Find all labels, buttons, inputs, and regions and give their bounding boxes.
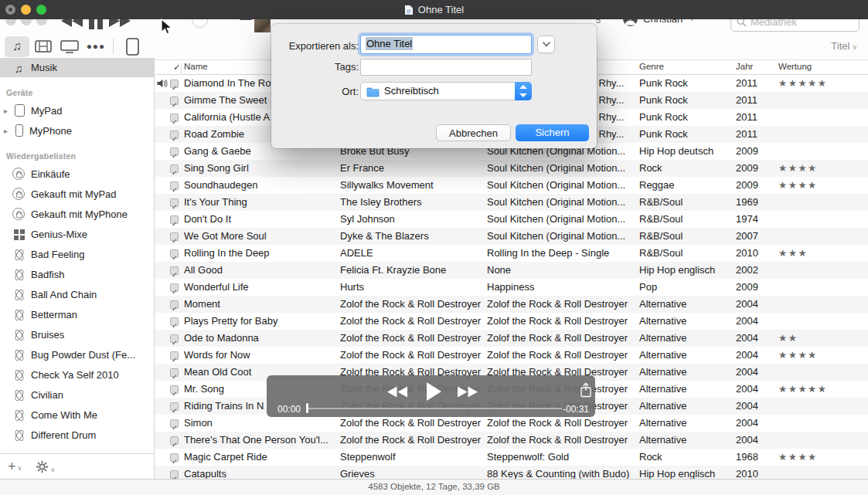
settings-button[interactable]: ∨	[36, 460, 55, 473]
sidebar-playlist-item[interactable]: Civilian	[0, 385, 154, 405]
sidebar-playlist-item[interactable]: Einkäufe	[0, 164, 154, 184]
table-row[interactable]: There's That One Person You'l... Zolof t…	[155, 432, 868, 449]
sidebar-playlist-item[interactable]: Come With Me	[0, 405, 154, 425]
row-checkbox[interactable]	[170, 177, 182, 194]
table-row[interactable]: It's Your Thing The Isley Brothers Soul …	[155, 194, 868, 211]
table-row[interactable]: Wonderful Life Hurts Happiness Pop 2009	[155, 279, 868, 296]
table-row[interactable]: Soundhaudegen Sillywalks Movement Soul K…	[155, 177, 868, 194]
row-checkbox[interactable]	[170, 75, 182, 92]
progress-track[interactable]	[307, 408, 562, 409]
filename-field[interactable]: Ohne Titel	[360, 35, 532, 54]
song-rating[interactable]	[778, 228, 868, 245]
table-row[interactable]: Moment Zolof the Rock & Roll Destroyer Z…	[155, 296, 868, 313]
row-checkbox[interactable]	[170, 398, 182, 415]
sidebar-playlist-item[interactable]: Ball And Chain	[0, 284, 154, 304]
tags-field[interactable]	[360, 59, 532, 76]
tags-input[interactable]	[361, 59, 531, 75]
table-row[interactable]: We Got More Soul Dyke & The Blazers Soul…	[155, 228, 868, 245]
player-play-button[interactable]	[426, 381, 442, 405]
column-rating[interactable]: Wertung	[778, 62, 812, 71]
table-row[interactable]: Ode to Madonna Zolof the Rock & Roll Des…	[155, 330, 868, 347]
progress-thumb[interactable]	[306, 403, 308, 413]
table-row[interactable]: Simon Zolof the Rock & Roll Destroyer Zo…	[155, 415, 868, 432]
row-checkbox[interactable]	[170, 279, 182, 296]
song-rating[interactable]	[778, 313, 868, 330]
tab-movies[interactable]	[31, 36, 56, 57]
sidebar-playlist-item[interactable]: Bug Powder Dust (Fe...	[0, 344, 154, 364]
cancel-button[interactable]: Abbrechen	[436, 124, 511, 141]
song-rating[interactable]	[778, 415, 868, 432]
song-rating[interactable]	[778, 262, 868, 279]
column-check[interactable]: ✓	[173, 62, 181, 73]
song-rating[interactable]: ★★★★★	[778, 381, 868, 398]
song-rating[interactable]: ★★★★★	[778, 75, 868, 92]
song-rating[interactable]: ★★★★	[778, 177, 868, 194]
table-row[interactable]: Rolling In the Deep ADELE Rolling In the…	[155, 245, 868, 262]
share-button[interactable]	[580, 382, 592, 401]
sidebar-item-musik[interactable]: ♫ Musik	[0, 58, 154, 77]
sidebar-playlist-item[interactable]: Check Ya Self 2010	[0, 364, 154, 385]
sidebar-playlist-item[interactable]: Different Drum	[0, 425, 154, 445]
row-checkbox[interactable]	[170, 92, 182, 109]
sidebar-device-item[interactable]: MyPhone	[0, 120, 154, 141]
row-checkbox[interactable]	[170, 364, 182, 381]
tab-device[interactable]	[120, 36, 145, 57]
column-year[interactable]: Jahr	[736, 62, 753, 71]
row-checkbox[interactable]	[170, 313, 182, 330]
row-checkbox[interactable]	[170, 160, 182, 177]
song-rating[interactable]: ★★★★	[778, 449, 868, 466]
song-rating[interactable]: ★★★★	[778, 347, 868, 364]
table-row[interactable]: Words for Now Zolof the Rock & Roll Dest…	[155, 347, 868, 364]
sidebar-playlist-item[interactable]: Gekauft mit MyPad	[0, 184, 154, 204]
sidebar-playlist-item[interactable]: Bad Feeling	[0, 244, 154, 264]
add-playlist-button[interactable]: + ∨	[8, 461, 22, 472]
row-checkbox[interactable]	[170, 347, 182, 364]
sidebar-device-item[interactable]: MyPad	[0, 100, 154, 120]
row-checkbox[interactable]	[170, 330, 182, 347]
row-checkbox[interactable]	[170, 194, 182, 211]
table-row[interactable]: Plays Pretty for Baby Zolof the Rock & R…	[155, 313, 868, 330]
row-checkbox[interactable]	[170, 296, 182, 313]
player-forward-button[interactable]	[457, 385, 478, 402]
row-checkbox[interactable]	[170, 432, 182, 449]
tab-music[interactable]: ♫	[5, 36, 29, 57]
row-checkbox[interactable]	[170, 449, 182, 466]
song-rating[interactable]: ★★	[778, 330, 868, 347]
song-rating[interactable]	[778, 109, 868, 126]
song-rating[interactable]	[778, 143, 868, 160]
row-checkbox[interactable]	[170, 381, 182, 398]
sidebar-playlist-item[interactable]: Genius-Mixe	[0, 224, 154, 244]
minimize-button[interactable]	[21, 5, 31, 15]
song-rating[interactable]	[778, 92, 868, 109]
row-checkbox[interactable]	[170, 466, 182, 479]
sort-selector[interactable]: Titel∨	[831, 40, 857, 52]
song-rating[interactable]	[778, 466, 868, 479]
sidebar-playlist-item[interactable]: Bruises	[0, 324, 154, 344]
song-rating[interactable]	[778, 211, 868, 228]
row-checkbox[interactable]	[170, 109, 182, 126]
table-row[interactable]: All Good Felicia Ft. Krayzie Bone None H…	[155, 262, 868, 279]
table-row[interactable]: Magic Carpet Ride Steppenwolf Steppenwol…	[155, 449, 868, 466]
song-rating[interactable]	[778, 126, 868, 143]
table-row[interactable]: Catapults Grieves 88 Keys & Counting (wi…	[155, 466, 868, 479]
player-rewind-button[interactable]	[386, 385, 408, 402]
song-rating[interactable]	[778, 398, 868, 415]
row-checkbox[interactable]	[170, 143, 182, 160]
song-rating[interactable]	[778, 296, 868, 313]
tab-tv[interactable]	[57, 36, 82, 57]
row-checkbox[interactable]	[170, 415, 182, 432]
sidebar-playlist-item[interactable]: Badfish	[0, 264, 154, 284]
row-checkbox[interactable]	[170, 262, 182, 279]
location-popup[interactable]: Schreibtisch	[360, 82, 532, 100]
row-checkbox[interactable]	[170, 245, 182, 262]
song-rating[interactable]	[778, 432, 868, 449]
table-row[interactable]: Sing Song Girl Er France Soul Kitchen (O…	[155, 160, 868, 177]
column-genre[interactable]: Genre	[639, 62, 664, 71]
sidebar-playlist-item[interactable]: Gekauft mit MyPhone	[0, 204, 154, 224]
expand-dialog-button[interactable]	[537, 36, 555, 53]
song-rating[interactable]	[778, 194, 868, 211]
close-button[interactable]	[5, 5, 15, 15]
song-rating[interactable]: ★★★★	[778, 160, 868, 177]
song-rating[interactable]	[778, 279, 868, 296]
column-name[interactable]: Name	[184, 62, 208, 71]
